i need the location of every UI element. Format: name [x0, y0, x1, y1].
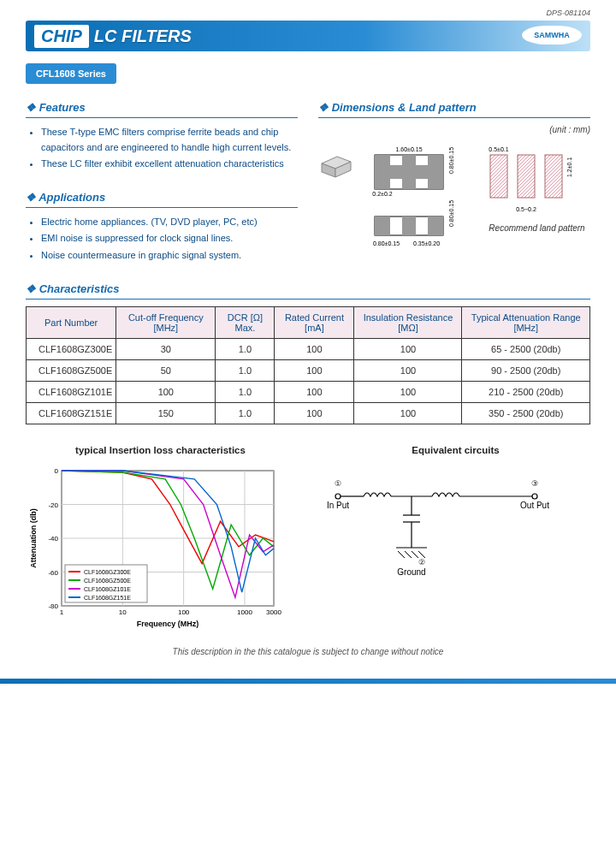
eq-title: Equivalent circuits: [321, 445, 590, 455]
features-list: These T-type EMC filters comprise ferrit…: [26, 125, 298, 172]
land-pattern-caption: Recommend land pattern: [483, 223, 590, 233]
right-column: Dimensions & Land pattern (unit : mm): [318, 96, 590, 265]
chip-badge: CHIP: [34, 25, 89, 48]
svg-text:In Put: In Put: [327, 501, 349, 510]
svg-text:-20: -20: [48, 501, 58, 508]
footer-note: This description in the this catalogue i…: [26, 647, 590, 656]
svg-text:Attenuation (db): Attenuation (db): [29, 508, 38, 567]
svg-text:100: 100: [178, 608, 190, 616]
table-row: CLF1608GZ300E301.010010065 - 2500 (20db): [27, 338, 590, 359]
series-badge: CFL1608 Series: [26, 63, 116, 84]
svg-text:②: ②: [418, 558, 425, 566]
svg-rect-4: [390, 165, 428, 179]
svg-text:0.80±0.15: 0.80±0.15: [448, 147, 454, 174]
svg-text:CLF1608GZ101E: CLF1608GZ101E: [84, 586, 131, 592]
land-pattern: 0.5±0.1 0.5~0.2 1.2±0.1: [483, 139, 578, 216]
divider: [26, 207, 298, 208]
svg-text:-40: -40: [48, 535, 58, 543]
list-item: These T-type EMC filters comprise ferrit…: [41, 125, 298, 155]
list-item: These LC filter exhibit excellent attenu…: [41, 157, 298, 172]
svg-rect-15: [490, 155, 507, 198]
header-title: LC FILTERS: [94, 27, 192, 46]
svg-point-65: [335, 494, 341, 499]
list-item: Electric home appliances. (TV, DVD playe…: [41, 215, 298, 230]
divider: [26, 299, 590, 300]
header-banner: CHIP LC FILTERS SAMWHA: [26, 21, 590, 51]
features-heading: Features: [26, 101, 298, 114]
doc-number: DPS-081104: [26, 9, 590, 17]
svg-text:10: 10: [119, 608, 127, 616]
characteristics-heading: Characteristics: [26, 282, 590, 295]
svg-line-62: [405, 551, 412, 558]
svg-text:1: 1: [60, 608, 64, 616]
svg-point-66: [532, 494, 537, 499]
footer-bar: http://www.samwha.com/chip SAMWHA ELECTR…: [0, 679, 616, 684]
svg-text:①: ①: [335, 479, 341, 488]
chart-row: typical Insertion loss characteristics 0…: [26, 445, 590, 635]
svg-line-61: [398, 551, 405, 558]
top-columns: Features These T-type EMC filters compri…: [26, 96, 590, 265]
applications-list: Electric home appliances. (TV, DVD playe…: [26, 215, 298, 264]
svg-text:CLF1608GZ500E: CLF1608GZ500E: [84, 578, 131, 584]
svg-text:1.2±0.1: 1.2±0.1: [566, 157, 572, 177]
svg-rect-1: [375, 155, 390, 189]
table-row: CLF1608GZ500E501.010010090 - 2500 (20db): [27, 359, 590, 381]
top-side-view: 1.60±0.15 0.80±0.15 0.2±0.2 0.80±0.15 0.…: [364, 139, 459, 259]
svg-rect-2: [428, 155, 443, 189]
applications-heading: Applications: [26, 191, 298, 204]
svg-text:CLF1608GZ151E: CLF1608GZ151E: [84, 595, 131, 601]
unit-note: (unit : mm): [318, 125, 590, 134]
brand-logo: SAMWHA: [522, 26, 582, 44]
svg-text:0.35±0.20: 0.35±0.20: [413, 240, 440, 246]
svg-rect-16: [518, 155, 535, 198]
table-row: CLF1608GZ101E1001.0100100210 - 2500 (20d…: [27, 381, 590, 402]
insertion-loss-block: typical Insertion loss characteristics 0…: [26, 445, 295, 635]
svg-text:Ground: Ground: [397, 567, 425, 577]
svg-text:1.60±0.15: 1.60±0.15: [395, 146, 422, 152]
divider: [26, 117, 298, 118]
svg-text:0.2±0.2: 0.2±0.2: [372, 191, 392, 197]
svg-text:CLF1608GZ300E: CLF1608GZ300E: [84, 569, 131, 575]
equivalent-circuit: ① ③ ② In Put Out Put Ground: [321, 462, 560, 590]
svg-text:Out Put: Out Put: [520, 501, 549, 510]
dimensions-heading: Dimensions & Land pattern: [318, 101, 590, 114]
svg-text:0.80±0.15: 0.80±0.15: [373, 240, 400, 246]
svg-text:3000: 3000: [266, 608, 281, 616]
svg-text:-80: -80: [48, 602, 58, 610]
svg-text:0.5~0.2: 0.5~0.2: [516, 206, 536, 212]
chip-3d-icon: [318, 139, 352, 182]
datasheet-page: DPS-081104 CHIP LC FILTERS SAMWHA CFL160…: [0, 0, 616, 673]
svg-text:0.5±0.1: 0.5±0.1: [489, 146, 508, 152]
svg-rect-10: [428, 216, 443, 235]
svg-text:0.80±0.15: 0.80±0.15: [448, 200, 454, 227]
svg-rect-9: [375, 216, 390, 235]
svg-text:1000: 1000: [237, 608, 252, 616]
svg-rect-11: [402, 216, 416, 235]
characteristics-table: Part Number Cut-off Frequency [MHz] DCR …: [26, 306, 590, 424]
chart-title: typical Insertion loss characteristics: [26, 445, 295, 455]
list-item: EMI noise is suppressed for clock signal…: [41, 231, 298, 246]
insertion-loss-chart: 0-20-40-60-8011010010003000CLF1608GZ300E…: [26, 462, 282, 633]
list-item: Noise countermeasure in graphic signal s…: [41, 248, 298, 264]
svg-rect-17: [545, 155, 562, 198]
svg-text:-60: -60: [48, 568, 58, 576]
left-column: Features These T-type EMC filters compri…: [26, 96, 298, 265]
svg-line-64: [418, 551, 425, 558]
svg-text:Frequency (MHz): Frequency (MHz): [137, 620, 199, 628]
equivalent-circuit-block: Equivalent circuits ①: [321, 445, 590, 592]
dimension-drawings: 1.60±0.15 0.80±0.15 0.2±0.2 0.80±0.15 0.…: [318, 139, 590, 261]
table-header-row: Part Number Cut-off Frequency [MHz] DCR …: [27, 306, 590, 338]
svg-text:0: 0: [55, 467, 59, 475]
svg-text:③: ③: [531, 479, 538, 488]
table-row: CLF1608GZ151E1501.0100100350 - 2500 (20d…: [27, 402, 590, 424]
divider: [318, 117, 590, 118]
svg-line-63: [412, 551, 418, 558]
